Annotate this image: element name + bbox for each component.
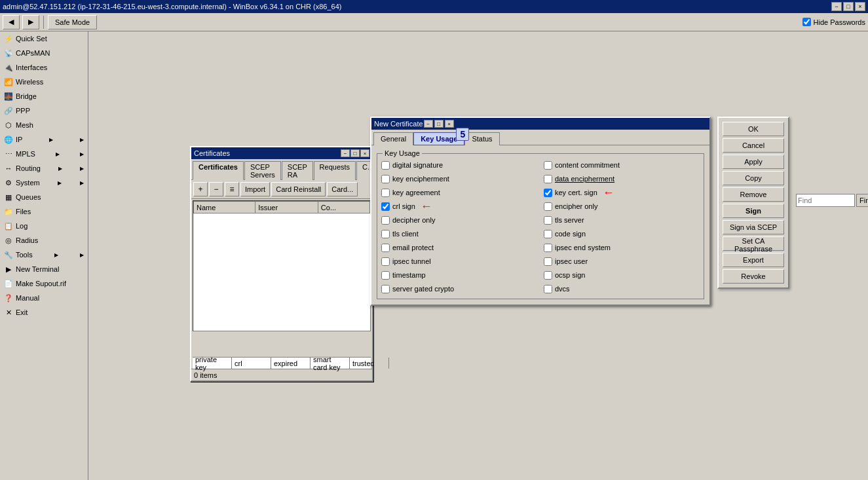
sidebar-item-system[interactable]: ⚙ System ▶ xyxy=(0,175,88,190)
sidebar-item-routing[interactable]: ↔ Routing ▶ xyxy=(0,161,88,175)
cert-tab-bar: Certificates SCEP Servers SCEP RA Reques… xyxy=(191,159,372,180)
minimize-button[interactable]: − xyxy=(831,2,842,11)
filter-button[interactable]: ≡ xyxy=(225,182,239,196)
remove-cert-button[interactable]: − xyxy=(209,182,223,196)
copy-button[interactable]: Copy xyxy=(723,171,784,185)
remove-button[interactable]: Remove xyxy=(723,187,784,202)
set-ca-passphrase-button[interactable]: Set CA Passphrase xyxy=(723,236,784,251)
main-toolbar: ◀ ▶ Safe Mode Hide Passwords xyxy=(0,13,868,31)
cancel-button[interactable]: Cancel xyxy=(723,138,784,153)
ipsec-tunnel-checkbox[interactable] xyxy=(381,257,390,266)
key-usage-group: Key Usage digital signature content comm… xyxy=(377,153,704,299)
new-cert-min[interactable]: − xyxy=(424,120,433,128)
cert-window-min[interactable]: − xyxy=(341,149,350,157)
encipher-only-checkbox[interactable] xyxy=(544,202,552,211)
sidebar-item-ppp[interactable]: 🔗 PPP xyxy=(0,103,88,118)
tab-status[interactable]: Status xyxy=(464,132,499,145)
ipsec-user-checkbox[interactable] xyxy=(544,257,552,266)
code-sign-checkbox[interactable] xyxy=(544,230,552,238)
content-commitment-label: content commitment xyxy=(555,161,620,169)
hide-passwords-checkbox[interactable] xyxy=(802,18,811,26)
cb-timestamp: timestamp xyxy=(381,269,537,281)
timestamp-checkbox[interactable] xyxy=(381,271,390,280)
sidebar-item-ip[interactable]: 🌐 IP ▶ xyxy=(0,132,88,147)
card-reinstall-button[interactable]: Card Reinstall xyxy=(271,182,326,196)
sidebar-item-mpls[interactable]: ⋯ MPLS ▶ xyxy=(0,147,88,161)
sidebar-item-mesh[interactable]: ⬡ Mesh xyxy=(0,118,88,132)
sidebar-item-new-terminal[interactable]: ▶ New Terminal xyxy=(0,262,88,276)
tools-icon: 🔧 xyxy=(4,250,13,259)
cert-window-close[interactable]: × xyxy=(360,149,369,157)
ocsp-sign-label: ocsp sign xyxy=(555,271,585,279)
server-gated-crypto-checkbox[interactable] xyxy=(381,285,390,293)
ok-button[interactable]: OK xyxy=(723,122,784,136)
maximize-button[interactable]: □ xyxy=(843,2,854,11)
ipsec-user-label: ipsec user xyxy=(555,257,588,265)
tab-scep-servers[interactable]: SCEP Servers xyxy=(244,161,281,180)
manual-icon: ❓ xyxy=(4,293,13,303)
export-button[interactable]: Export xyxy=(723,253,784,267)
email-protect-label: email protect xyxy=(392,244,434,251)
ocsp-sign-checkbox[interactable] xyxy=(544,271,552,280)
new-cert-close[interactable]: × xyxy=(445,120,454,128)
key-agreement-checkbox[interactable] xyxy=(381,189,390,197)
add-cert-button[interactable]: + xyxy=(193,182,208,196)
sidebar-item-tools[interactable]: 🔧 Tools ▶ xyxy=(0,248,88,262)
card-button[interactable]: Card... xyxy=(327,182,358,196)
cb-ipsec-tunnel: ipsec tunnel xyxy=(381,255,537,267)
tab-requests[interactable]: Requests xyxy=(314,161,356,180)
forward-button[interactable]: ▶ xyxy=(22,15,39,29)
sidebar-item-capsman[interactable]: 📡 CAPsMAN xyxy=(0,46,88,60)
right-panel: OK Cancel Apply Copy Remove Sign Sign vi… xyxy=(717,117,789,289)
cert-window-max[interactable]: □ xyxy=(350,149,360,157)
sidebar-item-radius[interactable]: ◎ Radius xyxy=(0,233,88,248)
sidebar-item-bridge[interactable]: 🌉 Bridge xyxy=(0,89,88,103)
sidebar-item-wireless[interactable]: 📶 Wireless xyxy=(0,75,88,89)
find-dropdown[interactable]: Fingerprint xyxy=(856,194,868,207)
close-button[interactable]: × xyxy=(855,2,865,11)
import-button[interactable]: Import xyxy=(240,182,270,196)
supout-icon: 📄 xyxy=(4,279,13,288)
sign-button[interactable]: Sign xyxy=(723,204,784,218)
toolbar-separator xyxy=(43,16,44,29)
tls-client-checkbox[interactable] xyxy=(381,230,390,238)
tab-scep-ra[interactable]: SCEP RA xyxy=(282,161,313,180)
digital-signature-checkbox[interactable] xyxy=(381,161,390,170)
ipsec-end-system-checkbox[interactable] xyxy=(544,244,552,252)
data-encipherment-checkbox[interactable] xyxy=(544,175,552,183)
sidebar-item-manual[interactable]: ❓ Manual xyxy=(0,291,88,305)
tab-general[interactable]: General xyxy=(373,132,413,145)
content-commitment-checkbox[interactable] xyxy=(544,161,552,170)
tab-key-usage[interactable]: Key Usage 5 xyxy=(413,132,464,145)
sidebar-item-interfaces[interactable]: 🔌 Interfaces xyxy=(0,60,88,75)
apply-button[interactable]: Apply xyxy=(723,155,784,169)
capsman-icon: 📡 xyxy=(4,48,13,58)
sidebar-item-log[interactable]: 📋 Log xyxy=(0,219,88,233)
tls-server-checkbox[interactable] xyxy=(544,216,552,225)
sidebar-item-files[interactable]: 📁 Files xyxy=(0,204,88,219)
back-button[interactable]: ◀ xyxy=(3,15,20,29)
safe-mode-button[interactable]: Safe Mode xyxy=(48,15,97,29)
sidebar-item-queues[interactable]: ▦ Queues xyxy=(0,190,88,204)
email-protect-checkbox[interactable] xyxy=(381,244,390,252)
key-encipherment-checkbox[interactable] xyxy=(381,175,390,183)
crl-sign-checkbox[interactable] xyxy=(381,202,390,211)
new-cert-max[interactable]: □ xyxy=(434,120,443,128)
cb-key-agreement: key agreement xyxy=(381,187,537,198)
sidebar-item-make-supout[interactable]: 📄 Make Supout.rif xyxy=(0,276,88,291)
key-cert-sign-arrow: ← xyxy=(603,186,614,200)
sidebar-item-quick-set[interactable]: ⚡ Quick Set xyxy=(0,31,88,46)
cert-table: Name Issuer Co... xyxy=(193,201,370,213)
tab-certificates[interactable]: Certificates xyxy=(193,161,244,180)
dvcs-checkbox[interactable] xyxy=(544,285,552,293)
sidebar-item-exit[interactable]: ✕ Exit xyxy=(0,305,88,320)
footer-private-key: private key xyxy=(193,358,232,369)
revoke-button[interactable]: Revoke xyxy=(723,269,784,284)
cert-table-area: Name Issuer Co... xyxy=(193,200,371,331)
sign-via-scep-button[interactable]: Sign via SCEP xyxy=(723,220,784,234)
cert-window-title: Certificates xyxy=(194,149,340,157)
cb-ocsp-sign: ocsp sign xyxy=(544,269,700,281)
decipher-only-checkbox[interactable] xyxy=(381,216,390,225)
key-cert-sign-checkbox[interactable] xyxy=(544,189,552,197)
find-input[interactable] xyxy=(796,194,855,207)
